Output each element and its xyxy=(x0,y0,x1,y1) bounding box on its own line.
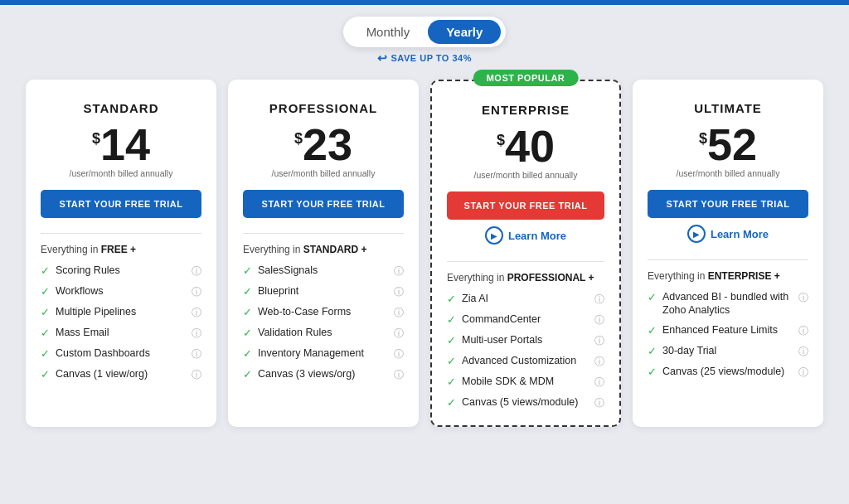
feature-item: ✓ Enhanced Feature Limits ⓘ xyxy=(648,323,808,338)
feature-item: ✓ Custom Dashboards ⓘ xyxy=(41,346,201,361)
feature-text: Validation Rules xyxy=(258,326,332,339)
feature-item: ✓ Web-to-Case Forms ⓘ xyxy=(243,305,404,320)
feature-item: ✓ 30-day Trial ⓘ xyxy=(648,344,808,359)
trial-button-standard[interactable]: START YOUR FREE TRIAL xyxy=(41,190,201,218)
check-icon: ✓ xyxy=(447,396,456,409)
check-icon: ✓ xyxy=(447,355,456,367)
feature-item: ✓ Blueprint ⓘ xyxy=(243,284,404,299)
info-icon[interactable]: ⓘ xyxy=(394,327,404,341)
trial-button-professional[interactable]: START YOUR FREE TRIAL xyxy=(243,190,404,218)
divider-professional xyxy=(243,233,404,234)
includes-line-standard: Everything in FREE + xyxy=(41,244,201,255)
price-number-ultimate: 52 xyxy=(707,122,757,167)
plans-container: STANDARD $ 14 /user/month billed annuall… xyxy=(0,71,849,443)
info-icon[interactable]: ⓘ xyxy=(192,347,201,361)
price-period-enterprise: /user/month billed annually xyxy=(447,170,604,180)
feature-text: Canvas (5 views/module) xyxy=(462,395,578,409)
divider-standard xyxy=(41,233,201,234)
info-icon[interactable]: ⓘ xyxy=(394,264,404,279)
feature-text: Multi-user Portals xyxy=(462,333,542,346)
price-period-ultimate: /user/month billed annually xyxy=(648,168,808,178)
check-icon: ✓ xyxy=(243,327,252,339)
price-dollar-ultimate: $ xyxy=(699,130,707,148)
feature-item: ✓ Canvas (1 view/org) ⓘ xyxy=(41,367,201,382)
plan-card-professional: PROFESSIONAL $ 23 /user/month billed ann… xyxy=(228,80,419,427)
feature-item: ✓ Canvas (25 views/module) ⓘ xyxy=(648,365,808,380)
feature-list-professional: ✓ SalesSignals ⓘ ✓ Blueprint ⓘ ✓ Web-to-… xyxy=(243,264,404,382)
feature-text: Advanced Customization xyxy=(462,354,576,367)
feature-text: Mass Email xyxy=(56,326,109,339)
feature-text: Zia AI xyxy=(462,292,488,305)
info-icon[interactable]: ⓘ xyxy=(798,345,808,359)
info-icon[interactable]: ⓘ xyxy=(394,347,404,361)
info-icon[interactable]: ⓘ xyxy=(192,285,201,299)
plan-card-standard: STANDARD $ 14 /user/month billed annuall… xyxy=(26,80,216,427)
info-icon[interactable]: ⓘ xyxy=(798,291,808,305)
info-icon[interactable]: ⓘ xyxy=(192,306,201,320)
feature-text: 30-day Trial xyxy=(662,344,716,357)
info-icon[interactable]: ⓘ xyxy=(192,368,201,382)
check-icon: ✓ xyxy=(41,285,50,298)
learn-more-ultimate[interactable]: ▶ Learn More xyxy=(648,225,808,243)
most-popular-badge: MOST POPULAR xyxy=(473,70,579,86)
billing-toggle-pill[interactable]: Monthly Yearly xyxy=(343,17,507,47)
feature-list-ultimate: ✓ Advanced BI - bundled withZoho Analyti… xyxy=(648,290,808,380)
feature-item: ✓ Mobile SDK & MDM ⓘ xyxy=(447,375,604,390)
feature-list-enterprise: ✓ Zia AI ⓘ ✓ CommandCenter ⓘ ✓ Multi-use… xyxy=(447,292,604,410)
check-icon: ✓ xyxy=(243,347,252,360)
feature-item: ✓ Workflows ⓘ xyxy=(41,284,201,299)
check-icon: ✓ xyxy=(447,313,456,326)
trial-button-enterprise[interactable]: START YOUR FREE TRIAL xyxy=(447,191,604,220)
info-icon[interactable]: ⓘ xyxy=(798,324,808,338)
info-icon[interactable]: ⓘ xyxy=(594,334,604,348)
check-icon: ✓ xyxy=(41,368,50,380)
price-period-standard: /user/month billed annually xyxy=(41,168,201,178)
price-number-professional: 23 xyxy=(303,122,352,167)
feature-text: Inventory Management xyxy=(258,346,364,360)
info-icon[interactable]: ⓘ xyxy=(394,285,404,299)
learn-more-play-ultimate: ▶ xyxy=(687,225,706,243)
arrow-icon: ↩ xyxy=(377,51,388,65)
feature-text: Scoring Rules xyxy=(56,264,120,277)
info-icon[interactable]: ⓘ xyxy=(594,293,604,307)
info-icon[interactable]: ⓘ xyxy=(594,396,604,410)
price-number-enterprise: 40 xyxy=(505,124,555,168)
feature-item: ✓ CommandCenter ⓘ xyxy=(447,313,604,327)
feature-text: Canvas (25 views/module) xyxy=(662,365,784,378)
price-dollar-enterprise: $ xyxy=(497,132,505,149)
info-icon[interactable]: ⓘ xyxy=(594,313,604,327)
info-icon[interactable]: ⓘ xyxy=(394,368,404,382)
check-icon: ✓ xyxy=(41,264,50,277)
info-icon[interactable]: ⓘ xyxy=(594,355,604,369)
check-icon: ✓ xyxy=(243,264,252,277)
check-icon: ✓ xyxy=(243,368,252,380)
info-icon[interactable]: ⓘ xyxy=(394,306,404,320)
divider-enterprise xyxy=(447,261,604,262)
feature-text: CommandCenter xyxy=(462,313,541,326)
feature-text: Blueprint xyxy=(258,284,298,298)
toggle-yearly[interactable]: Yearly xyxy=(428,20,501,44)
check-icon: ✓ xyxy=(447,376,456,388)
check-icon: ✓ xyxy=(648,366,657,378)
feature-text: Canvas (3 views/org) xyxy=(258,367,355,380)
learn-more-enterprise[interactable]: ▶ Learn More xyxy=(447,226,604,245)
info-icon[interactable]: ⓘ xyxy=(594,376,604,390)
plan-name-ultimate: ULTIMATE xyxy=(648,101,808,115)
trial-button-ultimate[interactable]: START YOUR FREE TRIAL xyxy=(648,190,808,218)
info-icon[interactable]: ⓘ xyxy=(798,366,808,380)
feature-text: Web-to-Case Forms xyxy=(258,305,351,318)
feature-text: SalesSignals xyxy=(258,264,318,277)
learn-more-play-enterprise: ▶ xyxy=(485,226,503,245)
price-dollar-standard: $ xyxy=(92,130,100,148)
learn-more-text-ultimate: Learn More xyxy=(711,228,769,240)
price-dollar-professional: $ xyxy=(294,130,303,148)
info-icon[interactable]: ⓘ xyxy=(192,264,201,279)
check-icon: ✓ xyxy=(41,327,50,339)
includes-line-enterprise: Everything in PROFESSIONAL + xyxy=(447,272,604,284)
plan-name-standard: STANDARD xyxy=(41,101,201,115)
check-icon: ✓ xyxy=(648,291,657,303)
toggle-monthly[interactable]: Monthly xyxy=(348,20,429,44)
info-icon[interactable]: ⓘ xyxy=(192,327,201,341)
check-icon: ✓ xyxy=(648,324,657,337)
plan-price-row-enterprise: $ 40 xyxy=(447,124,604,168)
